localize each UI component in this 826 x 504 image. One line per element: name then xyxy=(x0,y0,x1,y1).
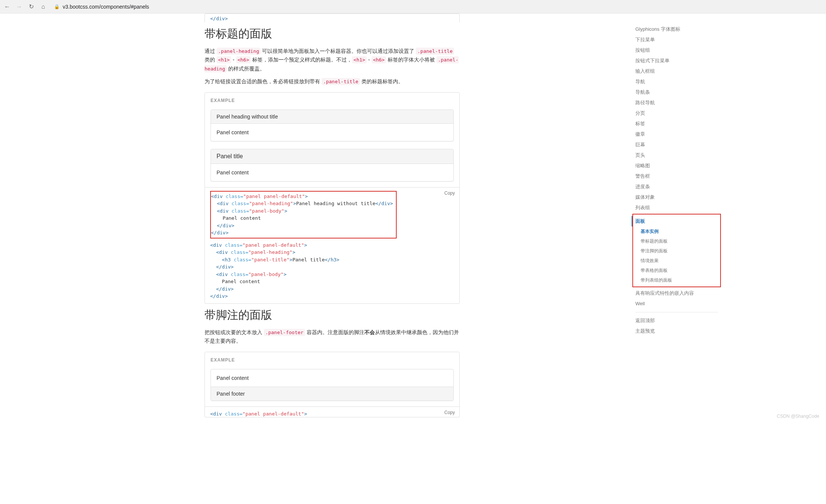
address-bar[interactable]: 🔒 v3.bootcss.com/components/#panels xyxy=(54,4,149,10)
copy-button[interactable]: Copy xyxy=(444,190,455,196)
sidebar-subnav: 基本实例 带标题的面板 带注脚的面板 情境效果 带表格的面板 带列表组的面板 xyxy=(635,226,718,285)
sidebar-item[interactable]: 导航条 xyxy=(635,87,718,98)
sidebar-sub-item[interactable]: 情境效果 xyxy=(641,256,718,266)
panel-heading: Panel heading without title xyxy=(211,110,453,124)
panel-default: Panel title Panel content xyxy=(211,149,454,182)
sidebar-item[interactable]: 按钮式下拉菜单 xyxy=(635,56,718,66)
sidebar-item[interactable]: 标签 xyxy=(635,118,718,129)
watermark: CSDN @ShangCode xyxy=(777,414,819,419)
sidebar-item[interactable]: 媒体对象 xyxy=(635,192,718,202)
forward-icon[interactable]: → xyxy=(16,3,23,10)
sidebar-item[interactable]: 具有响应式特性的嵌入内容 xyxy=(635,288,718,298)
code-inline: .panel-title xyxy=(322,78,360,85)
sidebar-item[interactable]: 路径导航 xyxy=(635,98,718,108)
code-text: Basic panel example </div> </div> xyxy=(210,14,454,22)
sidebar-item[interactable]: 进度条 xyxy=(635,182,718,192)
panel-body: Panel content xyxy=(211,124,453,141)
lock-icon: 🔒 xyxy=(54,4,60,9)
sidebar-item[interactable]: Glyphicons 字体图标 xyxy=(635,24,718,34)
sidebar-item[interactable]: 徽章 xyxy=(635,129,718,140)
code-inline: <h6> xyxy=(236,56,251,63)
example-box: Panel heading without title Panel conten… xyxy=(205,92,460,188)
sidebar-item[interactable]: 分页 xyxy=(635,108,718,118)
sidebar-item[interactable]: 列表组 xyxy=(635,202,718,213)
sidebar-highlight-box: 面板 基本实例 带标题的面板 带注脚的面板 情境效果 带表格的面板 带列表组的面… xyxy=(632,214,721,287)
code-inline: .panel-footer xyxy=(264,329,305,336)
sidebar-back-to-top[interactable]: 返回顶部 xyxy=(635,315,718,326)
sidebar-item[interactable]: 巨幕 xyxy=(635,140,718,150)
code-block: Copy <div class="panel panel-default"> <… xyxy=(205,188,460,304)
panel-body: Panel content xyxy=(211,164,453,181)
sidebar-sub-item[interactable]: 带列表组的面板 xyxy=(641,275,718,285)
panel-title: Panel title xyxy=(217,153,448,160)
sidebar-sub-item[interactable]: 带注脚的面板 xyxy=(641,246,718,256)
code-block-partial: Basic panel example </div> </div> xyxy=(205,14,460,22)
sidebar-item[interactable]: 导航 xyxy=(635,76,718,87)
section-heading-title: 带标题的面版 xyxy=(205,26,460,42)
panel-default: Panel heading without title Panel conten… xyxy=(211,110,454,141)
sidebar-item[interactable]: 警告框 xyxy=(635,171,718,182)
section-heading-footer: 带脚注的面版 xyxy=(205,308,460,323)
url-text: v3.bootcss.com/components/#panels xyxy=(63,4,149,10)
sidebar-theme-preview[interactable]: 主题预览 xyxy=(635,326,718,336)
sidebar-sub-item[interactable]: 带表格的面板 xyxy=(641,266,718,275)
reload-icon[interactable]: ↻ xyxy=(28,3,35,10)
panel-default: Panel content Panel footer xyxy=(211,369,454,401)
sidebar-divider xyxy=(635,312,718,312)
copy-button[interactable]: Copy xyxy=(444,410,455,415)
code-text: <div class="panel panel-default"> <div c… xyxy=(211,193,393,237)
browser-chrome: ← → ↻ ⌂ 🔒 v3.bootcss.com/components/#pan… xyxy=(0,0,826,14)
sidebar-sub-item[interactable]: 基本实例 xyxy=(641,226,718,236)
sidebar-item[interactable]: 缩略图 xyxy=(635,160,718,171)
code-block: Copy <div class="panel panel-default"> xyxy=(205,407,460,417)
sidebar-item[interactable]: 按钮组 xyxy=(635,45,718,56)
sidebar-nav: Glyphicons 字体图标 下拉菜单 按钮组 按钮式下拉菜单 输入框组 导航… xyxy=(635,24,718,336)
section-paragraph: 通过 .panel-heading 可以很简单地为面板加入一个标题容器。你也可以… xyxy=(205,47,460,74)
code-text: <div class="panel panel-default"> xyxy=(210,410,454,417)
section-paragraph: 把按钮或次要的文本放入 .panel-footer 容器内。注意面版的脚注不会从… xyxy=(205,328,460,346)
code-text: <div class="panel panel-default"> <div c… xyxy=(210,242,454,300)
code-inline: .panel-heading xyxy=(217,48,261,55)
code-inline: <h6> xyxy=(372,56,386,63)
panel-footer: Panel footer xyxy=(211,387,453,400)
sidebar-item[interactable]: 页头 xyxy=(635,150,718,160)
panel-heading: Panel title xyxy=(211,149,453,164)
sidebar-item[interactable]: 下拉菜单 xyxy=(635,34,718,45)
main-content: Basic panel example </div> </div> 带标题的面版… xyxy=(205,14,460,417)
example-box: Panel content Panel footer xyxy=(205,352,460,407)
sidebar-item-panels[interactable]: 面板 xyxy=(632,216,718,226)
home-icon[interactable]: ⌂ xyxy=(40,3,47,10)
panel-body: Panel content xyxy=(211,369,453,387)
back-icon[interactable]: ← xyxy=(4,3,11,10)
code-inline: <h1> xyxy=(352,56,367,63)
sidebar-item[interactable]: Well xyxy=(635,298,718,309)
sidebar-sub-item[interactable]: 带标题的面板 xyxy=(641,236,718,246)
annotation-highlight-box: <div class="panel panel-default"> <div c… xyxy=(210,191,397,238)
code-inline: <h1> xyxy=(217,56,231,63)
section-paragraph: 为了给链接设置合适的颜色，务必将链接放到带有 .panel-title 类的标题… xyxy=(205,77,460,86)
code-inline: .panel-title xyxy=(416,48,454,55)
sidebar-item[interactable]: 输入框组 xyxy=(635,66,718,76)
